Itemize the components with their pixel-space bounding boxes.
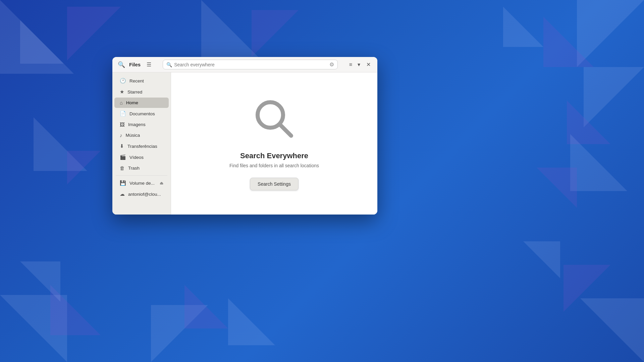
- trash-icon: 🗑: [120, 165, 125, 171]
- sidebar-item-trash-label: Trash: [128, 166, 140, 171]
- main-heading: Search Everywhere: [240, 152, 308, 160]
- svg-line-1: [280, 124, 291, 136]
- search-settings-button[interactable]: Search Settings: [250, 178, 299, 190]
- sidebar: 🕐 Recent ★ Starred ⌂ Home 📄 Documentos 🖼…: [112, 72, 171, 215]
- main-subheading: Find files and folders in all search loc…: [229, 163, 319, 168]
- sidebar-item-documentos[interactable]: 📄 Documentos: [114, 108, 169, 119]
- volume-icon: 💾: [120, 180, 126, 186]
- dropdown-button[interactable]: ▾: [356, 60, 362, 69]
- sidebar-item-transferencias[interactable]: ⬇ Transferências: [114, 141, 169, 152]
- sidebar-item-imagens-label: Imagens: [128, 122, 146, 127]
- eject-icon[interactable]: ⏏: [160, 181, 163, 185]
- imagens-icon: 🖼: [120, 122, 125, 127]
- sidebar-item-trash[interactable]: 🗑 Trash: [114, 163, 169, 173]
- sidebar-item-musica-label: Música: [126, 133, 140, 138]
- search-illustration: [251, 97, 298, 143]
- list-view-button[interactable]: ≡: [347, 60, 354, 69]
- sidebar-item-home[interactable]: ⌂ Home: [114, 98, 169, 108]
- sidebar-item-starred[interactable]: ★ Starred: [114, 86, 169, 97]
- window-header: 🔍 Files ☰ 🔍 ⚙ ≡ ▾ ✕: [112, 57, 377, 72]
- home-icon: ⌂: [120, 100, 123, 106]
- file-manager-window: 🔍 Files ☰ 🔍 ⚙ ≡ ▾ ✕ 🕐 Recent ★ Starred: [112, 57, 377, 215]
- sidebar-item-videos[interactable]: 🎬 Vídeos: [114, 152, 169, 163]
- recent-icon: 🕐: [120, 78, 126, 84]
- cloud-icon: ☁: [120, 191, 125, 197]
- sidebar-item-cloud[interactable]: ☁ antoniof@clou...: [114, 189, 169, 199]
- sidebar-item-volume[interactable]: 💾 Volume de... ⏏: [114, 178, 169, 188]
- menu-icon[interactable]: ☰: [145, 60, 153, 69]
- sidebar-divider: [116, 175, 167, 176]
- sidebar-item-recent[interactable]: 🕐 Recent: [114, 75, 169, 86]
- close-button[interactable]: ✕: [364, 60, 373, 69]
- header-search-icon: 🔍: [116, 60, 126, 70]
- sidebar-item-imagens[interactable]: 🖼 Imagens: [114, 119, 169, 130]
- sidebar-item-cloud-label: antoniof@clou...: [128, 192, 161, 197]
- sidebar-item-videos-label: Vídeos: [129, 155, 144, 160]
- window-title: Files: [129, 62, 141, 67]
- sidebar-item-transferencias-label: Transferências: [127, 144, 157, 149]
- musica-icon: ♪: [120, 132, 122, 138]
- transferencias-icon: ⬇: [120, 143, 124, 149]
- sidebar-item-recent-label: Recent: [129, 78, 144, 83]
- starred-icon: ★: [120, 89, 124, 95]
- documentos-icon: 📄: [120, 111, 126, 117]
- sidebar-item-volume-label: Volume de...: [129, 181, 155, 186]
- sidebar-item-musica[interactable]: ♪ Música: [114, 130, 169, 140]
- header-actions: ≡ ▾ ✕: [347, 60, 373, 69]
- sidebar-item-starred-label: Starred: [127, 89, 142, 95]
- videos-icon: 🎬: [120, 154, 126, 160]
- sidebar-item-documentos-label: Documentos: [129, 111, 155, 116]
- main-content: Search Everywhere Find files and folders…: [171, 72, 377, 215]
- search-input[interactable]: [174, 62, 327, 67]
- window-body: 🕐 Recent ★ Starred ⌂ Home 📄 Documentos 🖼…: [112, 72, 377, 215]
- sidebar-item-home-label: Home: [126, 100, 138, 105]
- search-bar-icon: 🔍: [166, 62, 172, 67]
- search-filter-icon[interactable]: ⚙: [329, 61, 334, 68]
- search-bar[interactable]: 🔍 ⚙: [163, 60, 337, 69]
